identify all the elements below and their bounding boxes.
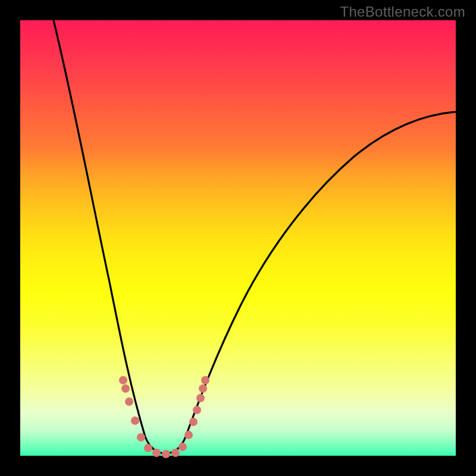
plot-area	[20, 20, 456, 456]
marker-dot	[189, 418, 198, 426]
marker-dot	[171, 449, 180, 457]
marker-dot	[184, 431, 193, 439]
marker-dot	[152, 449, 161, 457]
marker-dot	[131, 416, 139, 425]
marker-dot	[125, 397, 133, 406]
marker-dot	[119, 376, 127, 384]
marker-dot	[199, 384, 207, 393]
marker-dot	[162, 450, 170, 458]
watermark-label: TheBottleneck.com	[340, 4, 465, 20]
marker-dot	[196, 394, 205, 402]
marker-dot	[137, 433, 145, 441]
marker-dot	[178, 443, 187, 451]
bottleneck-curve	[20, 20, 456, 456]
marker-dot	[121, 384, 130, 393]
marker-dot	[201, 376, 209, 384]
marker-dot	[144, 444, 152, 452]
chart-frame: TheBottleneck.com	[0, 0, 476, 476]
marker-dot	[193, 406, 201, 414]
